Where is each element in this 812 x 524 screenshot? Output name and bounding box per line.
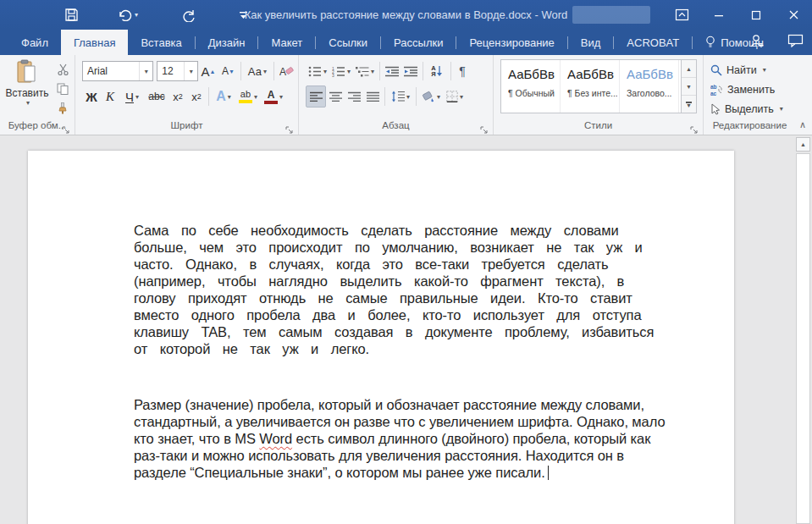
- styles-dialog-launcher-icon[interactable]: [690, 123, 700, 133]
- styles-gallery-scroll: ▲ ▼ ▼: [681, 60, 696, 113]
- bold-button[interactable]: Ж: [82, 86, 101, 107]
- close-button[interactable]: [775, 0, 812, 30]
- strikethrough-button[interactable]: abc: [145, 86, 168, 107]
- text-line[interactable]: голову приходят отнюдь не самые правильн…: [134, 290, 726, 306]
- copy-button[interactable]: [52, 80, 73, 97]
- styles-scroll-up-icon[interactable]: ▲: [682, 60, 696, 78]
- paste-label: Вставить: [6, 87, 49, 99]
- grow-font-button[interactable]: А▲: [198, 61, 218, 81]
- undo-dropdown-icon[interactable]: ▾: [135, 11, 138, 19]
- text-segment: Размер (значение) пробела, который и обо…: [134, 397, 644, 412]
- tab-acrobat[interactable]: ACROBAT: [614, 30, 692, 55]
- sort-button[interactable]: АЯ: [426, 61, 448, 81]
- save-icon[interactable]: [59, 5, 84, 25]
- text-line[interactable]: от которой не так уж и легко.: [134, 340, 726, 357]
- text-effects-button[interactable]: А▾: [212, 86, 235, 107]
- tab-design[interactable]: Дизайн: [196, 30, 258, 55]
- customize-quick-access-icon[interactable]: [234, 5, 253, 25]
- tab-references[interactable]: Ссылки: [316, 30, 380, 55]
- minimize-button[interactable]: [700, 0, 737, 30]
- undo-button[interactable]: ▾: [113, 5, 143, 25]
- align-center-button[interactable]: [326, 86, 345, 107]
- tab-layout[interactable]: Макет: [258, 30, 315, 55]
- tab-review[interactable]: Рецензирование: [456, 30, 566, 55]
- paste-dropdown-icon[interactable]: ▾: [26, 99, 30, 107]
- text-line[interactable]: Размер (значение) пробела, который и обо…: [134, 396, 726, 413]
- comment-icon[interactable]: [787, 34, 804, 51]
- cut-button[interactable]: [52, 60, 73, 78]
- italic-button[interactable]: К: [101, 86, 119, 107]
- align-right-button[interactable]: [345, 86, 363, 107]
- text-line[interactable]: часто. Однако, в случаях, когда это все-…: [134, 256, 726, 273]
- maximize-button[interactable]: [737, 0, 775, 30]
- shading-button[interactable]: ▾: [419, 86, 443, 107]
- replace-icon: abac: [710, 84, 723, 96]
- collapse-ribbon-icon[interactable]: ∧: [799, 119, 806, 130]
- font-color-button[interactable]: А▾: [261, 86, 286, 107]
- text-line[interactable]: разделе “Специальные знаки”, о котором м…: [134, 464, 726, 481]
- misspelled-word: Word: [259, 431, 292, 446]
- text-line[interactable]: клавишу TAB, тем самым создавая в докуме…: [134, 323, 726, 340]
- sign-in-user-icon[interactable]: [748, 34, 765, 52]
- select-button[interactable]: Выделить▾: [710, 100, 796, 118]
- borders-button[interactable]: ▾: [443, 86, 467, 107]
- paragraph-2[interactable]: Размер (значение) пробела, который и обо…: [134, 396, 726, 481]
- text-line[interactable]: вместо одного пробела два и более, кто-т…: [134, 306, 726, 323]
- tab-mailings[interactable]: Рассылки: [381, 30, 456, 55]
- paste-button[interactable]: Вставить ▾: [3, 59, 51, 117]
- font-dialog-launcher-icon[interactable]: [285, 123, 296, 133]
- text-line[interactable]: Сама по себе необходимость сделать расст…: [134, 222, 726, 239]
- scroll-up-icon[interactable]: ▲: [796, 137, 810, 152]
- redo-button[interactable]: [177, 5, 202, 25]
- style-item[interactable]: АаБбВв¶ Без инте...: [561, 60, 620, 113]
- find-button[interactable]: Найти▾: [710, 61, 796, 79]
- format-painter-button[interactable]: [52, 99, 73, 117]
- styles-group: АаБбВв¶ ОбычныйАаБбВв¶ Без инте...АаБбВв…: [493, 55, 703, 135]
- document-page[interactable]: Сама по себе необходимость сделать расст…: [28, 151, 734, 524]
- clipboard-dialog-launcher-icon[interactable]: [62, 123, 72, 133]
- font-color-swatch: [264, 101, 278, 104]
- font-name-combobox[interactable]: Arial ▾: [82, 61, 153, 81]
- styles-more-icon[interactable]: ▼: [682, 96, 696, 113]
- vertical-scrollbar[interactable]: ▲: [793, 135, 812, 524]
- increase-indent-button[interactable]: [401, 61, 420, 81]
- bullets-button[interactable]: ▾: [306, 61, 329, 81]
- justify-button[interactable]: [363, 86, 382, 107]
- replace-button[interactable]: abac Заменить: [710, 80, 796, 98]
- text-segment: вместо одного пробела два и более, кто-т…: [134, 307, 642, 323]
- text-line[interactable]: кто знает, что в MS Word есть символ дли…: [134, 430, 726, 447]
- tab-file[interactable]: Файл: [8, 30, 61, 55]
- paragraph-group-label: Абзац: [299, 120, 493, 130]
- text-line[interactable]: больше, чем это происходит по умолчанию,…: [134, 239, 726, 256]
- text-line[interactable]: раз-таки и можно использовать для увелич…: [134, 447, 726, 464]
- show-paragraph-marks-button[interactable]: ¶: [454, 61, 471, 81]
- tab-view[interactable]: Вид: [568, 30, 614, 55]
- underline-button[interactable]: Ч▾: [119, 86, 145, 107]
- multilevel-list-button[interactable]: ▾: [353, 61, 377, 81]
- tab-insert[interactable]: Вставка: [128, 30, 194, 55]
- align-left-button[interactable]: [306, 85, 326, 108]
- tab-home[interactable]: Главная: [61, 30, 128, 55]
- style-item[interactable]: АаБбВвЗаголово...: [620, 60, 679, 113]
- shrink-font-button[interactable]: А▼: [218, 61, 239, 81]
- font-name-dropdown-icon[interactable]: ▾: [139, 62, 152, 80]
- highlight-color-button[interactable]: ab▾: [235, 86, 261, 107]
- style-item[interactable]: АаБбВв¶ Обычный: [501, 60, 561, 113]
- text-line[interactable]: (например, чтобы наглядно выделить какой…: [134, 273, 726, 290]
- line-spacing-button[interactable]: ▾: [388, 86, 413, 107]
- paragraph-dialog-launcher-icon[interactable]: [480, 123, 490, 133]
- clear-formatting-button[interactable]: А: [277, 61, 298, 81]
- decrease-indent-button[interactable]: [383, 61, 401, 81]
- title-bar: ▾ Как увеличить расстояние между словами…: [0, 0, 812, 30]
- subscript-button[interactable]: x2: [168, 86, 187, 107]
- scrollbar-thumb[interactable]: [796, 153, 810, 524]
- numbering-button[interactable]: 123▾: [329, 61, 353, 81]
- text-line[interactable]: стандартный, а увеличивается он разве чт…: [134, 413, 726, 430]
- superscript-button[interactable]: x2: [187, 86, 206, 107]
- paragraph-1[interactable]: Сама по себе необходимость сделать расст…: [134, 222, 726, 357]
- ribbon-display-options-button[interactable]: [663, 0, 700, 30]
- styles-scroll-down-icon[interactable]: ▼: [682, 78, 696, 96]
- font-size-dropdown-icon[interactable]: ▾: [184, 62, 197, 80]
- font-size-combobox[interactable]: 12 ▾: [157, 61, 198, 81]
- change-case-button[interactable]: Аа▾: [244, 61, 270, 81]
